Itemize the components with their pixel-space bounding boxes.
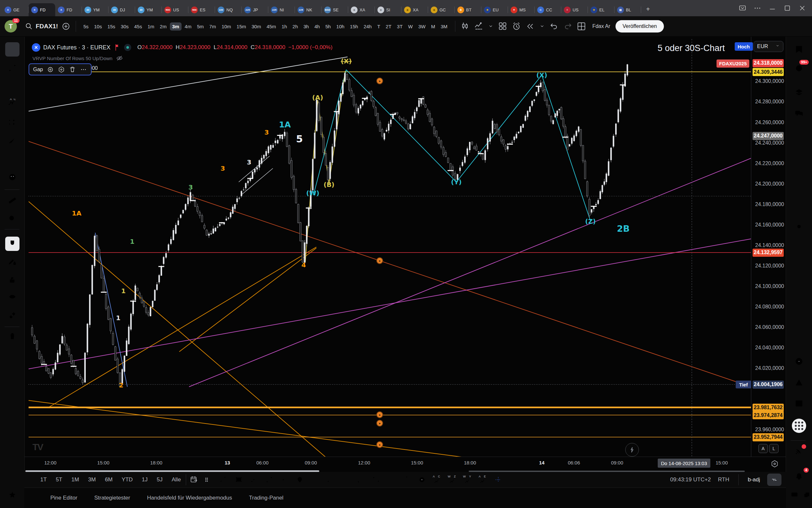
session-label[interactable]: RTH (718, 476, 729, 483)
browser-tab[interactable]: 500ES (188, 3, 215, 16)
chart-title[interactable]: DAX Futures · 3 · EUREX (43, 44, 110, 51)
window-restore-icon[interactable] (801, 488, 812, 502)
apps-icon[interactable] (792, 419, 806, 433)
line-marker-icon[interactable]: ➤ (376, 441, 383, 448)
wave-label[interactable]: 4 (301, 261, 306, 269)
timeframe-7m[interactable]: 7m (207, 23, 218, 31)
visibility-icon[interactable] (47, 66, 54, 73)
pane-scrollbar[interactable] (25, 470, 319, 472)
fast-replay-button[interactable] (625, 443, 639, 457)
bell-icon[interactable]: 4 (792, 469, 806, 483)
replay-chevron-icon[interactable] (539, 24, 545, 29)
prediction-icon[interactable] (5, 115, 19, 129)
range-1t[interactable]: 1T (37, 475, 50, 484)
browser-tab[interactable]: ★EU (481, 3, 508, 16)
wave-label[interactable]: 5 (296, 133, 303, 144)
wave-label[interactable]: 2B (617, 224, 629, 234)
timeframe-10m[interactable]: 10m (219, 23, 233, 31)
wave-label[interactable]: 1 (130, 238, 135, 245)
timeframe-5h[interactable]: 5h (323, 23, 333, 31)
browser-tab[interactable]: XFD (55, 3, 82, 16)
publish-button[interactable]: Veröffentlichen (616, 20, 664, 33)
time-axis[interactable]: 15:0009:0006:061418:0015:0012:0009:0006:… (25, 457, 786, 471)
vertical-measure-icon[interactable] (400, 474, 413, 485)
object-tree-icon[interactable] (792, 85, 806, 100)
tab-search-icon[interactable] (736, 3, 749, 14)
timeframe-3T[interactable]: 3T (395, 23, 405, 31)
trash-icon[interactable] (69, 66, 76, 73)
scale-button-l[interactable]: L (769, 444, 778, 453)
browser-tab[interactable]: 30DJ (108, 3, 135, 16)
emoji-icon[interactable] (5, 170, 19, 184)
ideas-icon[interactable] (792, 376, 806, 390)
range-3m[interactable]: 3M (85, 475, 99, 484)
compare-add-icon[interactable] (61, 22, 70, 31)
zoom-in-icon[interactable] (5, 212, 19, 226)
browser-tab[interactable]: 100NQ (215, 3, 242, 16)
replay-icon[interactable] (526, 22, 535, 31)
timeframe-10s[interactable]: 10s (92, 23, 104, 31)
parallel-channel-icon[interactable] (385, 474, 397, 485)
cross-trend-icon[interactable] (217, 474, 230, 485)
browser-tab[interactable]: 225JP (242, 3, 268, 16)
range-5t[interactable]: 5T (53, 475, 65, 484)
timeframe-5m[interactable]: 5m (195, 23, 206, 31)
wave-label[interactable]: 3 (221, 164, 225, 172)
browser-tab[interactable]: 30YM (135, 3, 162, 16)
calendar-icon[interactable] (792, 396, 806, 410)
wave-label[interactable]: (B) (324, 181, 335, 188)
wave-wy-icon[interactable]: W Y (462, 474, 474, 485)
timeframe-1h[interactable]: 1h (279, 23, 289, 31)
browser-tab[interactable]: XFD (29, 3, 55, 16)
scale-button-a[interactable]: A (758, 444, 768, 453)
new-tab-button[interactable]: + (643, 4, 653, 14)
panel-tab-strategietester[interactable]: Strategietester (94, 495, 130, 501)
layout-name[interactable]: Fdax Ar (592, 24, 610, 29)
symbol-search[interactable]: FDAX1! (25, 22, 58, 31)
chart-canvas[interactable] (0, 0, 812, 508)
indicators-icon[interactable] (474, 22, 483, 31)
magnet-icon[interactable] (5, 237, 19, 251)
line-marker-icon[interactable]: ➤ (376, 257, 383, 264)
pattern-icon[interactable]: AC (5, 96, 19, 110)
timeframe-45m[interactable]: 45m (265, 23, 278, 31)
ray-icon[interactable] (248, 474, 260, 485)
horizontal-ray-icon[interactable] (278, 474, 291, 485)
browser-tab[interactable]: CCC (535, 3, 561, 16)
line-marker-icon[interactable]: ➤ (376, 412, 383, 418)
timeframe-5s[interactable]: 5s (81, 23, 91, 31)
multichart-layout-icon[interactable] (577, 22, 586, 31)
status-dot-icon[interactable] (124, 44, 131, 51)
circle-icon[interactable] (416, 474, 428, 485)
arrow-icon[interactable] (309, 474, 321, 485)
range-1m[interactable]: 1M (68, 475, 82, 484)
range-5j[interactable]: 5J (154, 475, 165, 484)
browser-tab[interactable]: ◆SI (375, 3, 401, 16)
browser-menu-icon[interactable] (751, 3, 764, 14)
line-marker-icon[interactable]: ➤ (376, 420, 383, 427)
more-options-icon[interactable] (80, 66, 87, 73)
adjust-label[interactable]: b-adj (748, 476, 760, 483)
timeframe-45s[interactable]: 45s (132, 23, 144, 31)
text-tool-icon[interactable] (339, 474, 352, 485)
browser-tab[interactable]: 225NI (268, 3, 295, 16)
chat-icon[interactable] (792, 107, 806, 121)
timeframe-3W[interactable]: 3W (416, 23, 428, 31)
range-ytd[interactable]: YTD (119, 475, 136, 484)
axis-settings-icon[interactable] (770, 460, 779, 468)
range-6m[interactable]: 6M (102, 475, 115, 484)
wave-label[interactable]: 1 (121, 287, 126, 295)
timeframe-10h[interactable]: 10h (334, 23, 346, 31)
browser-tab[interactable]: BSESE (322, 3, 348, 16)
wave-label[interactable]: 3 (247, 158, 251, 166)
browser-tab[interactable]: ≡US (561, 3, 588, 16)
wave-label[interactable]: (W) (306, 189, 319, 197)
fib-levels-icon[interactable] (370, 474, 382, 485)
wave-ae-icon[interactable]: A E (477, 474, 489, 485)
timeframe-2h[interactable]: 2h (290, 23, 300, 31)
browser-tab[interactable]: ◆XA (401, 3, 428, 16)
watchlist-icon[interactable] (792, 42, 806, 56)
price-axis[interactable]: 24.300,000024.280,000024.260,000024.240,… (751, 37, 786, 457)
wave-label[interactable]: (X) (341, 57, 352, 65)
lock-icon[interactable] (5, 273, 19, 287)
